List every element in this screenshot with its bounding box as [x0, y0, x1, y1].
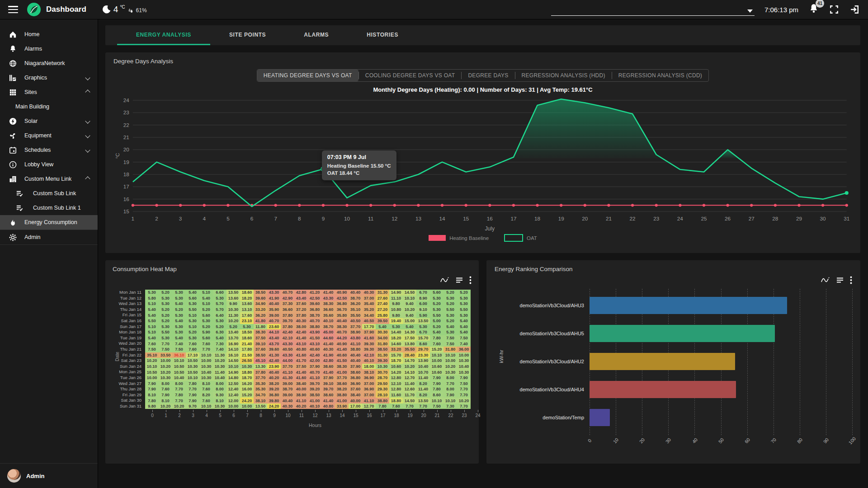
heatmap-cell: 37.70 [281, 364, 294, 370]
axis-tick [315, 410, 316, 412]
fullscreen-button[interactable] [829, 5, 839, 14]
sidebar-item-home[interactable]: Home [0, 27, 98, 42]
heatmap-cell: 41.40 [321, 398, 335, 404]
heatmap-cell: 41.60 [294, 352, 308, 358]
heatmap-cell: 18.70 [389, 358, 403, 364]
subtab-heating-degree-days-vs-oat[interactable]: HEATING DEGREE DAYS VS OAT [257, 70, 359, 81]
legend-item-heating-baseline[interactable]: Heating Baseline [429, 234, 489, 242]
heatmap-cell: 13.90 [416, 358, 430, 364]
heatmap-cell: 10.00 [159, 358, 172, 364]
heatmap-cell: 5.20 [430, 301, 443, 307]
svg-text:24: 24 [677, 216, 684, 221]
heatmap-cell: 7.80 [430, 386, 443, 392]
listcheck-icon [15, 203, 24, 212]
sidebar-item-main-building[interactable]: Main Building [0, 99, 98, 114]
heatmap-cell: 42.90 [281, 296, 294, 301]
legend-item-oat[interactable]: OAT [504, 234, 537, 242]
heatmap-cell: 5.30 [389, 324, 403, 330]
heatmap-cell: 39.20 [267, 386, 281, 392]
subtab-regression-analysis-cdd[interactable]: REGRESSION ANALYSIS (CDD) [612, 70, 708, 81]
heatmap-cell: 41.10 [362, 398, 376, 404]
sidebar-item-niagaranetwork[interactable]: NiagaraNetwork [0, 56, 98, 70]
svg-text:23: 23 [653, 216, 659, 221]
heatmap-cell: 39.60 [308, 301, 321, 307]
list-icon[interactable] [836, 277, 844, 283]
heatmap-cell: 9.70 [186, 404, 199, 409]
axis-tick [396, 410, 397, 412]
sidebar-item-label: Admin [24, 234, 93, 240]
kebab-menu-icon[interactable] [850, 276, 852, 284]
svg-text:26: 26 [725, 216, 731, 221]
tab-alarms[interactable]: ALARMS [285, 25, 348, 45]
heatmap-cell: 41.30 [281, 375, 294, 381]
sidebar-item-alarms[interactable]: Alarms [0, 42, 98, 56]
heatmap-cell: 10.20 [443, 364, 457, 370]
heatmap-cell: 5.60 [186, 296, 199, 301]
sidebar-item-energy-consumption[interactable]: Energy Consumption [0, 215, 98, 230]
heatmap-cell: 18.20 [389, 335, 403, 341]
tab-histories[interactable]: HISTORIES [348, 25, 417, 45]
notifications-button[interactable]: 41 [808, 3, 819, 16]
heatmap-cell: 40.40 [349, 352, 362, 358]
heatmap-cell: 6.70 [416, 290, 430, 296]
heatmap-cell: 5.40 [145, 335, 159, 341]
heatmap-cell: 5.10 [145, 301, 159, 307]
hamburger-menu-icon[interactable] [8, 6, 18, 13]
axis-tick [234, 410, 234, 412]
sidebar-item-label: Sites [24, 89, 86, 95]
heatmap-cell: 11.40 [416, 386, 430, 392]
heatmap-cell: 9.40 [403, 301, 416, 307]
heatmap-cell: 10.10 [172, 358, 186, 364]
sidebar-item-schedules[interactable]: Schedules [0, 143, 98, 157]
list-icon[interactable] [456, 277, 463, 283]
subtab-degree-days[interactable]: DEGREE DAYS [462, 70, 514, 81]
svg-text:1: 1 [132, 216, 135, 221]
heatmap-cell: 39.20 [308, 386, 321, 392]
heatmap-cell: 39.30 [376, 358, 389, 364]
subtab-regression-analysis-hdd[interactable]: REGRESSION ANALYSIS (HDD) [515, 70, 612, 81]
sidebar-item-custom-sub-link[interactable]: Custom Sub Link [0, 186, 98, 201]
sidebar-item-custom-sub-link-1[interactable]: Custom Sub Link 1 [0, 201, 98, 215]
heatmap-cell: 35.30 [254, 381, 267, 387]
heatmap-cell: 10.50 [172, 364, 186, 370]
heatmap-cell: 5.50 [186, 307, 199, 313]
sidebar-item-admin[interactable]: Admin [0, 230, 98, 245]
heatmap-cell: 16.20 [240, 381, 254, 387]
subtab-cooling-degree-days-vs-oat[interactable]: COOLING DEGREE DAYS VS OAT [359, 70, 462, 81]
heatmap-cell: 37.90 [308, 364, 321, 370]
sidebar-item-sites[interactable]: Sites [0, 85, 98, 99]
trend-icon[interactable] [440, 277, 449, 284]
heatmap-cell: 9.80 [389, 301, 403, 307]
tab-energy-analysis[interactable]: ENERGY ANALYSIS [117, 25, 210, 45]
sidebar-item-custom-menu-link[interactable]: Custom Menu Link [0, 172, 98, 186]
heatmap-cell: 41.40 [294, 335, 308, 341]
sidebar-item-lobby-view[interactable]: Lobby View [0, 157, 98, 172]
heatmap-cell: 5.30 [416, 324, 430, 330]
station-select[interactable] [551, 4, 755, 16]
heatmap-cell: 38.40 [294, 381, 308, 387]
heatmap-cell: 7.80 [186, 381, 199, 387]
heatmap-cell: 5.20 [159, 307, 172, 313]
heatmap-cell: 5.30 [172, 324, 186, 330]
heatmap-cell: 7.60 [430, 341, 443, 347]
axis-tick-label: 3 [192, 413, 194, 418]
tab-site-points[interactable]: SITE POINTS [210, 25, 285, 45]
kebab-menu-icon[interactable] [469, 276, 472, 284]
axis-tick-label: 40 [689, 436, 700, 444]
heatmap-cell: 12.60 [403, 386, 416, 392]
heatmap-cell: 40.80 [294, 347, 308, 352]
sidebar-item-solar[interactable]: Solar [0, 114, 98, 128]
user-avatar[interactable] [7, 469, 21, 483]
clock: 7:06:13 pm [764, 6, 798, 14]
svg-text:9: 9 [322, 216, 325, 221]
heatmap-cell: 14.80 [226, 375, 240, 381]
heatmap-cell: 37.50 [294, 364, 308, 370]
heatmap-cell: 13.50 [254, 404, 267, 409]
calendar-icon [8, 145, 17, 155]
sidebar-item-equipment[interactable]: Equipment [0, 128, 98, 143]
sidebar-item-graphics[interactable]: Graphics [0, 70, 98, 85]
trend-icon[interactable] [821, 277, 830, 284]
heatmap-cell: 37.60 [349, 386, 362, 392]
logout-button[interactable] [849, 4, 860, 15]
heatmap-cell: 40.60 [308, 347, 321, 352]
